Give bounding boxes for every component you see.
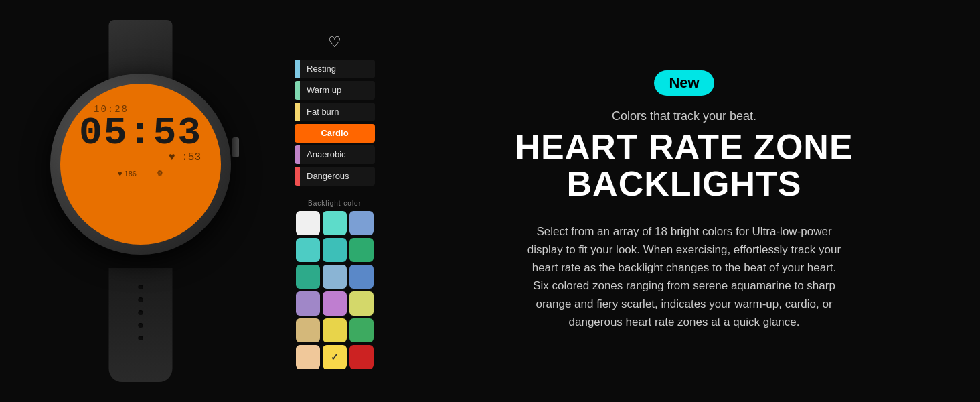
color-cell-15[interactable]	[296, 345, 320, 369]
color-cell-3[interactable]	[296, 238, 320, 262]
zone-label-5: Dangerous	[300, 171, 375, 181]
zone-label-0: Resting	[300, 64, 375, 74]
watch-gear: ⚙	[157, 169, 163, 178]
zone-panel: ♡ RestingWarm upFat burnCardioAnaerobicD…	[281, 27, 388, 376]
watch-icons-row: ♥ 186 ⚙	[118, 169, 163, 178]
zone-item-5[interactable]: Dangerous	[295, 167, 375, 186]
band-hole-5	[139, 336, 143, 340]
zone-label-3: Cardio	[321, 128, 348, 138]
watch-face: 10:28 05:53 ♥ :53 ♥ 186 ⚙	[60, 84, 221, 245]
color-cell-5[interactable]	[349, 238, 374, 262]
band-hole-2	[139, 297, 143, 302]
zone-item-1[interactable]: Warm up	[295, 81, 375, 100]
color-cell-8[interactable]	[349, 265, 374, 289]
color-cell-7[interactable]	[323, 265, 347, 289]
zone-item-0[interactable]: Resting	[295, 60, 375, 78]
backlight-label: Backlight color	[308, 200, 361, 207]
watch-time-big: 05:53	[79, 115, 202, 151]
color-cell-13[interactable]	[323, 318, 347, 342]
main-title-line1: HEART RATE ZONE	[515, 127, 853, 166]
description: Select from an array of 18 bright colors…	[523, 222, 845, 332]
color-cell-6[interactable]	[296, 265, 320, 289]
zone-color-4	[295, 145, 300, 164]
band-hole-1	[139, 285, 143, 289]
zone-label-4: Anaerobic	[300, 149, 375, 159]
zone-item-3[interactable]: Cardio	[295, 124, 375, 143]
zone-color-1	[295, 81, 300, 100]
watch-case: 10:28 05:53 ♥ :53 ♥ 186 ⚙	[50, 74, 231, 255]
color-cell-4[interactable]	[323, 238, 347, 262]
main-title-line2: BACKLIGHTS	[567, 164, 802, 203]
color-cell-12[interactable]	[296, 318, 320, 342]
color-cell-2[interactable]	[349, 211, 374, 235]
watch-visual: 10:28 05:53 ♥ :53 ♥ 186 ⚙	[33, 20, 248, 382]
zone-color-5	[295, 167, 300, 186]
color-cell-14[interactable]	[349, 318, 374, 342]
new-badge: New	[654, 70, 714, 96]
color-cell-1[interactable]	[323, 211, 347, 235]
color-check-mark: ✓	[331, 352, 339, 362]
page-container: 10:28 05:53 ♥ :53 ♥ 186 ⚙	[0, 0, 980, 402]
band-holes	[109, 268, 173, 340]
watch-heart-rate: ♥ 186	[118, 169, 137, 178]
heart-rate-icon: ♡	[328, 34, 341, 51]
color-cell-9[interactable]	[296, 291, 320, 316]
content-section: New Colors that track your beat. HEART R…	[388, 44, 980, 358]
watch-section: 10:28 05:53 ♥ :53 ♥ 186 ⚙	[0, 0, 281, 402]
watch-crown	[232, 137, 239, 157]
color-cell-16[interactable]: ✓	[323, 345, 347, 369]
band-hole-3	[139, 310, 143, 315]
subtitle: Colors that track your beat.	[612, 109, 756, 123]
zone-item-2[interactable]: Fat burn	[295, 103, 375, 121]
color-grid: ✓	[296, 211, 374, 369]
band-bottom	[109, 268, 173, 382]
backlight-section: Backlight color ✓	[296, 200, 374, 369]
zone-color-0	[295, 60, 300, 78]
color-cell-11[interactable]	[349, 291, 374, 316]
watch-sub-time: ♥ :53	[169, 151, 201, 163]
zone-label-2: Fat burn	[300, 107, 375, 117]
band-hole-4	[139, 323, 143, 328]
main-title: HEART RATE ZONE BACKLIGHTS	[515, 129, 853, 202]
color-cell-10[interactable]	[323, 291, 347, 316]
zone-label-1: Warm up	[300, 85, 375, 95]
zone-item-4[interactable]: Anaerobic	[295, 145, 375, 164]
zone-color-2	[295, 103, 300, 121]
zone-list: RestingWarm upFat burnCardioAnaerobicDan…	[295, 60, 375, 188]
color-cell-0[interactable]	[296, 211, 320, 235]
color-cell-17[interactable]	[349, 345, 374, 369]
